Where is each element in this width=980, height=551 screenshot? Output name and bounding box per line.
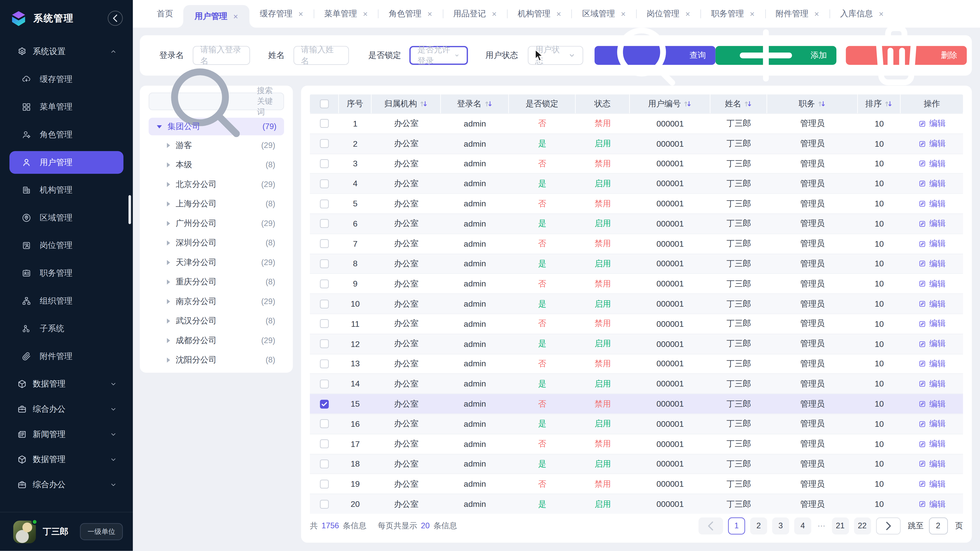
sidebar-item-附件管理[interactable]: 附件管理: [10, 345, 124, 368]
tab-close-icon[interactable]: ✕: [427, 11, 433, 17]
tree-node-本级[interactable]: 本级(8): [148, 155, 284, 175]
column-header-登录名[interactable]: 登录名: [441, 94, 509, 113]
table-row[interactable]: 1办公室admin否禁用000001丁三郎管理员10编辑: [310, 113, 963, 133]
tab-close-icon[interactable]: ✕: [233, 13, 239, 20]
sidebar-item-机构管理[interactable]: 机构管理: [10, 179, 124, 202]
row-checkbox[interactable]: [320, 300, 329, 308]
table-row[interactable]: 20办公室admin是启用000001丁三郎管理员10编辑: [310, 494, 963, 513]
edit-button[interactable]: 编辑: [918, 398, 946, 410]
sort-icon[interactable]: [683, 100, 692, 108]
tree-node-深圳分公司[interactable]: 深圳分公司(8): [148, 233, 284, 252]
row-checkbox[interactable]: [320, 480, 329, 489]
edit-button[interactable]: 编辑: [918, 218, 946, 229]
sort-icon[interactable]: [484, 100, 492, 108]
column-header-归属机构[interactable]: 归属机构: [372, 94, 441, 113]
sidebar-item-子系统[interactable]: 子系统: [10, 318, 124, 340]
edit-button[interactable]: 编辑: [918, 318, 946, 329]
caret-right-icon[interactable]: [167, 182, 170, 187]
row-checkbox[interactable]: [320, 239, 329, 248]
tree-node-沈阳分公司[interactable]: 沈阳分公司(8): [148, 350, 284, 370]
table-row[interactable]: 2办公室admin是启用000001丁三郎管理员10编辑: [310, 133, 963, 153]
column-header-用户编号[interactable]: 用户编号: [630, 94, 711, 113]
sidebar-group-综合办公[interactable]: 综合办公: [10, 398, 124, 421]
tree-node-天津分公司[interactable]: 天津分公司(29): [148, 252, 284, 272]
row-checkbox[interactable]: [320, 459, 329, 468]
caret-right-icon[interactable]: [167, 240, 170, 245]
add-button[interactable]: 添加: [715, 46, 836, 65]
tab-菜单管理[interactable]: 菜单管理✕: [314, 0, 378, 28]
caret-right-icon[interactable]: [167, 299, 170, 304]
table-row[interactable]: 4办公室admin是启用000001丁三郎管理员10编辑: [310, 173, 963, 193]
caret-right-icon[interactable]: [167, 201, 170, 206]
search-button[interactable]: 查询: [594, 46, 715, 65]
tree-node-重庆分公司[interactable]: 重庆分公司(8): [148, 272, 284, 292]
caret-right-icon[interactable]: [167, 338, 170, 343]
page-button-3[interactable]: 3: [772, 517, 789, 534]
row-checkbox[interactable]: [320, 199, 329, 208]
tree-node-武汉分公司[interactable]: 武汉分公司(8): [148, 311, 284, 330]
next-page-button[interactable]: [876, 517, 900, 534]
page-button-21[interactable]: 21: [832, 517, 849, 534]
sidebar-group-数据管理[interactable]: 数据管理: [10, 373, 124, 395]
edit-button[interactable]: 编辑: [918, 138, 946, 149]
edit-button[interactable]: 编辑: [918, 438, 946, 449]
edit-button[interactable]: 编辑: [918, 118, 946, 129]
sidebar-collapse-button[interactable]: [108, 11, 123, 26]
row-checkbox[interactable]: [320, 340, 329, 348]
sort-icon[interactable]: [818, 100, 826, 108]
sort-icon[interactable]: [884, 100, 892, 108]
edit-button[interactable]: 编辑: [918, 178, 946, 189]
tab-close-icon[interactable]: ✕: [556, 11, 562, 17]
row-checkbox[interactable]: [320, 219, 329, 228]
tab-close-icon[interactable]: ✕: [363, 11, 368, 17]
table-row[interactable]: 18办公室admin是启用000001丁三郎管理员10编辑: [310, 454, 963, 473]
caret-down-icon[interactable]: [157, 125, 162, 128]
tab-close-icon[interactable]: ✕: [814, 11, 819, 17]
sidebar-item-岗位管理[interactable]: 岗位管理: [10, 234, 124, 257]
row-checkbox[interactable]: [320, 359, 329, 368]
row-checkbox[interactable]: [320, 380, 329, 389]
sidebar-scrollbar[interactable]: [128, 195, 131, 224]
caret-right-icon[interactable]: [167, 143, 170, 148]
prev-page-button[interactable]: [698, 517, 723, 534]
edit-button[interactable]: 编辑: [918, 198, 946, 209]
edit-button[interactable]: 编辑: [918, 238, 946, 249]
edit-button[interactable]: 编辑: [918, 358, 946, 369]
row-checkbox[interactable]: [320, 419, 329, 428]
edit-button[interactable]: 编辑: [918, 418, 946, 430]
tree-node-南京分公司[interactable]: 南京分公司(29): [148, 292, 284, 311]
sidebar-item-菜单管理[interactable]: 菜单管理: [10, 96, 124, 118]
table-row[interactable]: 16办公室admin是启用000001丁三郎管理员10编辑: [310, 413, 963, 433]
row-checkbox[interactable]: [320, 279, 329, 288]
edit-button[interactable]: 编辑: [918, 498, 946, 510]
sidebar-group-综合办公[interactable]: 综合办公: [10, 473, 124, 496]
tab-close-icon[interactable]: ✕: [685, 11, 690, 17]
row-checkbox[interactable]: [320, 159, 329, 168]
edit-button[interactable]: 编辑: [918, 458, 946, 469]
table-row[interactable]: 3办公室admin否禁用000001丁三郎管理员10编辑: [310, 153, 963, 173]
page-button-1[interactable]: 1: [728, 517, 745, 534]
sidebar-user[interactable]: 丁三郎 一级单位: [0, 512, 133, 551]
table-row[interactable]: 9办公室admin否禁用000001丁三郎管理员10编辑: [310, 273, 963, 293]
tab-用品登记[interactable]: 用品登记✕: [443, 0, 507, 28]
caret-right-icon[interactable]: [167, 357, 170, 362]
column-header-排序[interactable]: 排序: [858, 94, 900, 113]
edit-button[interactable]: 编辑: [918, 158, 946, 169]
avatar[interactable]: [13, 520, 36, 543]
delete-button[interactable]: 删除: [846, 46, 967, 65]
tree-search-input[interactable]: 搜索关键词: [148, 93, 284, 110]
table-row[interactable]: 17办公室admin否禁用000001丁三郎管理员10编辑: [310, 433, 963, 454]
row-checkbox[interactable]: [320, 319, 329, 328]
edit-button[interactable]: 编辑: [918, 278, 946, 289]
tree-node-北京分公司[interactable]: 北京分公司(29): [148, 175, 284, 194]
tab-机构管理[interactable]: 机构管理✕: [508, 0, 571, 28]
sort-icon[interactable]: [744, 100, 752, 108]
status-select[interactable]: 用户状态: [528, 46, 583, 65]
row-checkbox[interactable]: [320, 139, 329, 148]
row-checkbox[interactable]: [320, 119, 329, 128]
sidebar-group-system-settings[interactable]: 系统设置: [10, 40, 124, 63]
edit-button[interactable]: 编辑: [918, 338, 946, 349]
page-button-4[interactable]: 4: [794, 517, 811, 534]
sidebar-group-新闻管理[interactable]: 新闻管理: [10, 423, 124, 446]
edit-button[interactable]: 编辑: [918, 378, 946, 389]
